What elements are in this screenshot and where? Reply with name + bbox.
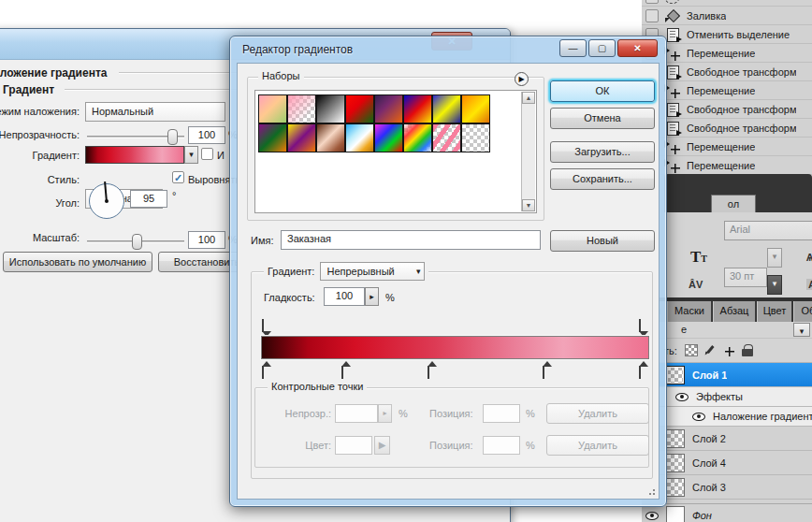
history-source-checkbox[interactable] [645,9,659,22]
gradient-preset-swatch[interactable] [403,123,432,152]
delete-opacity-stop-button[interactable]: Удалить [546,403,649,424]
color-stop[interactable] [639,361,648,378]
color-stop[interactable] [428,361,437,378]
font-family-select[interactable]: Arial ▾ [724,221,812,240]
layer-thumbnail[interactable] [666,478,685,497]
lock-all-icon[interactable] [741,344,754,356]
gradient-preset-swatch[interactable] [287,94,316,123]
gradient-preset-swatch[interactable] [316,123,345,152]
stop-position-input-2[interactable] [483,436,520,455]
lock-position-icon[interactable] [722,344,735,356]
color-stop-handle[interactable] [341,366,343,379]
use-defaults-button[interactable]: Использовать по умолчанию [3,252,152,272]
history-item[interactable]: Свободное трансформ [642,119,812,138]
visibility-eye-icon[interactable] [645,512,659,520]
gradient-preset-swatch[interactable] [432,94,461,123]
name-input[interactable]: Заказная [281,230,541,250]
gradient-preset-swatch[interactable] [432,123,461,152]
stop-opacity-spinner-icon[interactable]: ▸ [378,404,392,423]
gradient-preset-swatch[interactable] [345,94,374,123]
layer-thumbnail[interactable] [666,506,685,522]
presets-menu-icon[interactable]: ▶ [515,72,529,86]
layer-row[interactable]: Наложение градиента [642,407,812,427]
history-item[interactable]: Свободное трансформ [642,100,812,119]
gradient-preset-swatch[interactable] [374,94,403,123]
visibility-eye-icon[interactable] [692,413,705,421]
history-item[interactable]: Заливка [642,7,812,25]
tab-swatches[interactable]: Обр [793,301,812,322]
history-item[interactable]: Перемещение [642,138,812,156]
layer-thumbnail[interactable] [666,366,685,384]
history-item[interactable]: Свободное трансформ [642,63,812,81]
layer-thumbnail[interactable] [666,429,685,448]
opacity-stop[interactable] [262,320,271,337]
invert-checkbox[interactable] [201,148,213,160]
opacity-stop-handle[interactable] [639,319,641,332]
gradient-preset-swatch[interactable] [345,123,374,152]
history-item[interactable]: Перемещение [642,156,812,175]
tab-character[interactable]: ол [711,195,756,212]
angle-dial[interactable] [89,183,124,219]
tab-paragraph[interactable]: Абзац [713,301,756,322]
align-checkbox[interactable]: ✓ [172,171,184,183]
angle-input[interactable]: 95 [130,190,167,208]
color-stop-handle[interactable] [262,366,264,379]
stop-color-picker-icon[interactable]: ▶ [374,436,390,455]
stop-position-input-1[interactable] [483,404,520,423]
layer-row[interactable]: Слой 2 [642,427,812,451]
scale-slider-thumb[interactable] [132,234,142,250]
gradient-preset-swatch[interactable] [403,94,432,123]
blend-mode-select[interactable]: Нормальный [85,102,225,122]
layer-thumbnail[interactable] [666,454,685,472]
smoothness-spinner-icon[interactable]: ▸ [365,287,379,306]
gradient-preset-swatch[interactable] [258,94,287,123]
opacity-input[interactable]: 100 [188,126,225,144]
visibility-eye-icon[interactable] [675,393,689,401]
color-stop[interactable] [341,361,351,378]
color-stop-handle[interactable] [428,366,429,379]
opacity-dropdown-button[interactable]: ▾ [793,323,810,337]
gradient-preset-swatch[interactable] [374,123,403,152]
save-button[interactable]: Сохранить... [550,168,655,190]
gradient-type-select[interactable]: Непрерывный ▾ [320,262,425,281]
load-button[interactable]: Загрузить... [550,141,655,163]
opacity-stop[interactable] [639,320,648,337]
gradient-preset-swatch[interactable] [461,123,490,152]
gradient-preset-swatch[interactable] [258,123,287,152]
gradient-swatch[interactable] [85,146,184,164]
layer-row[interactable]: Слой 4 [642,451,812,475]
layer-row[interactable]: Фон [642,503,812,522]
scroll-down-icon[interactable]: ▼ [522,199,535,211]
color-stop[interactable] [543,361,552,378]
font-size-dropdown-button[interactable]: ▾ [767,248,782,268]
history-item[interactable]: Перемещение [642,44,812,63]
lock-transparency-icon[interactable] [685,344,698,356]
gradient-preview-bar[interactable] [261,336,649,359]
cancel-button[interactable]: Отмена [550,108,655,129]
color-stop-handle[interactable] [639,366,641,379]
stop-color-swatch[interactable] [335,436,372,455]
scroll-up-icon[interactable]: ▲ [522,92,535,104]
new-button[interactable]: Новый [550,230,655,252]
layer-row[interactable]: Эффекты [642,387,812,407]
layer-row[interactable]: Слой 1 [642,363,812,387]
history-item[interactable]: Перемещение [642,81,812,100]
color-stop[interactable] [262,361,271,378]
smoothness-input[interactable]: 100 [324,287,365,306]
delete-color-stop-button[interactable]: Удалить [546,435,649,456]
gradient-dropdown-button[interactable]: ▾ [184,146,198,164]
tab-masks[interactable]: Маски [667,301,712,322]
maximize-icon[interactable]: ▢ [588,39,616,57]
layer-row[interactable]: Слой 3 [642,475,812,500]
stop-opacity-input[interactable] [335,404,378,423]
color-stop-handle[interactable] [543,366,544,379]
kerning-dropdown-button[interactable]: ▾ [767,275,782,295]
gradient-preset-swatch[interactable] [316,94,345,123]
history-item[interactable] [642,0,812,7]
history-item[interactable]: Отменить выделение [642,25,812,44]
scale-input[interactable]: 100 [188,231,225,249]
opacity-stop-handle[interactable] [262,319,264,332]
gradient-preset-swatch[interactable] [461,94,490,123]
tab-color[interactable]: Цвет [757,301,792,322]
gradient-preset-swatch[interactable] [287,123,316,152]
